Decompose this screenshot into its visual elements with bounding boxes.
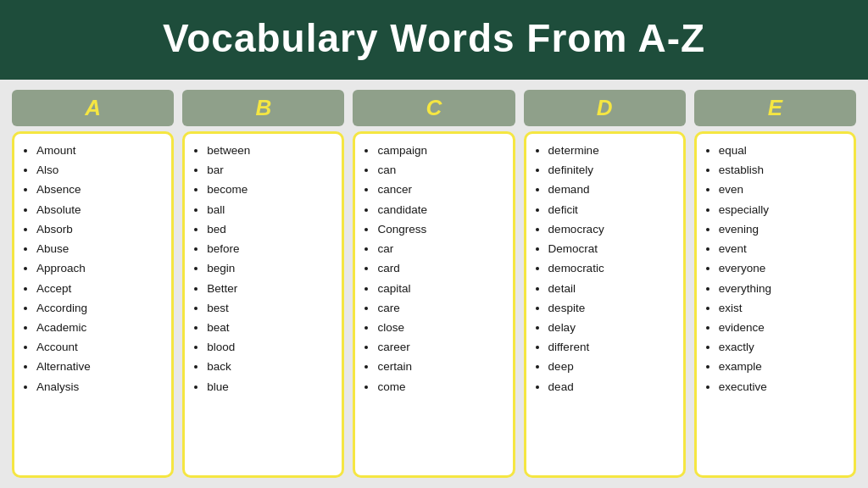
list-item: According — [36, 298, 166, 318]
list-item: care — [377, 298, 507, 318]
col-letter-e: E — [768, 95, 782, 120]
col-letter-c: C — [426, 95, 442, 120]
col-header-e: E — [694, 90, 856, 126]
list-item: become — [207, 180, 337, 199]
list-item: Better — [207, 279, 337, 298]
list-item: exist — [719, 298, 849, 318]
list-item: evidence — [719, 318, 849, 337]
list-item: despite — [548, 298, 678, 318]
list-item: even — [719, 180, 849, 199]
list-item: between — [207, 141, 337, 160]
list-item: evening — [719, 219, 849, 239]
col-header-d: D — [524, 90, 686, 126]
list-item: capital — [377, 279, 507, 298]
list-item: demand — [548, 180, 678, 199]
list-item: Abuse — [36, 239, 166, 258]
list-item: certain — [377, 357, 507, 376]
col-header-b: B — [182, 90, 344, 126]
list-item: Alternative — [36, 357, 166, 376]
list-item: career — [377, 337, 507, 357]
column-b: BbetweenbarbecomeballbedbeforebeginBette… — [182, 90, 344, 478]
list-item: beat — [207, 318, 337, 337]
list-item: blood — [207, 337, 337, 357]
list-item: campaign — [377, 141, 507, 160]
list-item: detail — [548, 279, 678, 298]
list-item: bar — [207, 160, 337, 180]
list-item: deficit — [548, 200, 678, 219]
list-item: exactly — [719, 337, 849, 357]
list-item: Amount — [36, 141, 166, 160]
list-item: card — [377, 258, 507, 278]
col-letter-b: B — [255, 95, 271, 120]
list-item: event — [719, 239, 849, 258]
list-item: democratic — [548, 258, 678, 278]
list-item: Also — [36, 160, 166, 180]
list-item: cancer — [377, 180, 507, 199]
column-d: Ddeterminedefinitelydemanddeficitdemocra… — [524, 90, 686, 478]
list-item: different — [548, 337, 678, 357]
col-body-e: equalestablishevenespeciallyeveningevent… — [694, 131, 856, 478]
list-item: Academic — [36, 318, 166, 337]
page-wrapper: Vocabulary Words From A-Z AAmountAlsoAbs… — [0, 0, 868, 488]
page-header: Vocabulary Words From A-Z — [0, 0, 868, 80]
list-item: ball — [207, 200, 337, 219]
list-item: Account — [36, 337, 166, 357]
list-item: dead — [548, 377, 678, 396]
list-item: come — [377, 377, 507, 396]
list-item: close — [377, 318, 507, 337]
list-item: example — [719, 357, 849, 376]
list-item: Accept — [36, 279, 166, 298]
col-header-c: C — [353, 90, 515, 126]
list-item: determine — [548, 141, 678, 160]
col-body-b: betweenbarbecomeballbedbeforebeginBetter… — [182, 131, 344, 478]
page-title: Vocabulary Words From A-Z — [20, 15, 848, 61]
list-item: back — [207, 357, 337, 376]
col-body-a: AmountAlsoAbsenceAbsoluteAbsorbAbuseAppr… — [12, 131, 174, 478]
list-item: best — [207, 298, 337, 318]
list-item: Congress — [377, 219, 507, 239]
content-area: AAmountAlsoAbsenceAbsoluteAbsorbAbuseApp… — [0, 80, 868, 488]
col-letter-d: D — [597, 95, 613, 120]
list-item: Absence — [36, 180, 166, 199]
list-item: deep — [548, 357, 678, 376]
list-item: blue — [207, 377, 337, 396]
col-body-d: determinedefinitelydemanddeficitdemocrac… — [524, 131, 686, 478]
col-header-a: A — [12, 90, 174, 126]
list-item: democracy — [548, 219, 678, 239]
list-item: Absolute — [36, 200, 166, 219]
list-item: everything — [719, 279, 849, 298]
list-item: car — [377, 239, 507, 258]
list-item: executive — [719, 377, 849, 396]
list-item: begin — [207, 258, 337, 278]
list-item: bed — [207, 219, 337, 239]
list-item: delay — [548, 318, 678, 337]
list-item: equal — [719, 141, 849, 160]
list-item: before — [207, 239, 337, 258]
list-item: Analysis — [36, 377, 166, 396]
list-item: everyone — [719, 258, 849, 278]
col-body-c: campaigncancancercandidateCongresscarcar… — [353, 131, 515, 478]
list-item: Democrat — [548, 239, 678, 258]
list-item: candidate — [377, 200, 507, 219]
list-item: can — [377, 160, 507, 180]
column-c: CcampaigncancancercandidateCongresscarca… — [353, 90, 515, 478]
list-item: Approach — [36, 258, 166, 278]
column-e: Eequalestablishevenespeciallyeveningeven… — [694, 90, 856, 478]
list-item: especially — [719, 200, 849, 219]
list-item: definitely — [548, 160, 678, 180]
column-a: AAmountAlsoAbsenceAbsoluteAbsorbAbuseApp… — [12, 90, 174, 478]
col-letter-a: A — [85, 95, 101, 120]
list-item: Absorb — [36, 219, 166, 239]
list-item: establish — [719, 160, 849, 180]
